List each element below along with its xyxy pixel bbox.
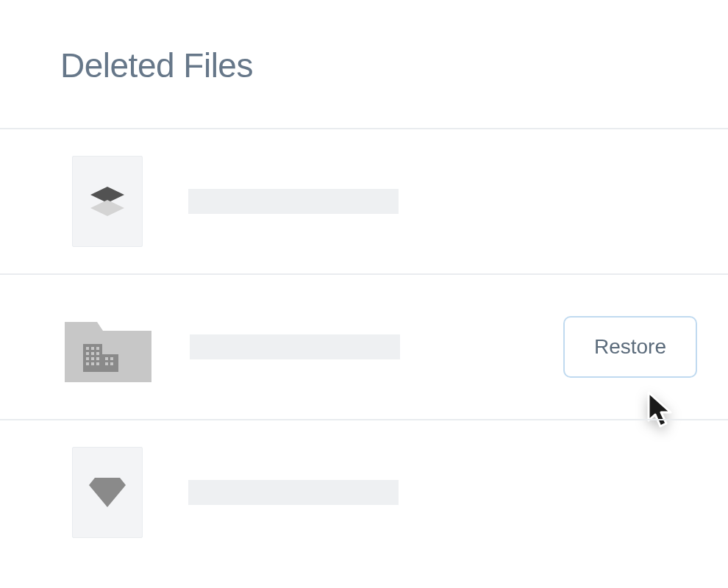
svg-rect-4: [86, 347, 89, 350]
svg-rect-17: [110, 357, 113, 360]
svg-rect-15: [96, 362, 99, 365]
svg-rect-6: [96, 347, 99, 350]
file-name-placeholder: [188, 189, 399, 214]
svg-rect-7: [86, 352, 89, 355]
svg-rect-14: [91, 362, 94, 365]
file-name-placeholder: [190, 334, 400, 359]
svg-rect-16: [105, 357, 108, 360]
svg-rect-10: [86, 357, 89, 360]
page-title: Deleted Files: [0, 46, 728, 128]
list-item[interactable]: Restore: [0, 273, 728, 419]
list-item[interactable]: [0, 128, 728, 273]
svg-rect-18: [105, 362, 108, 365]
team-folder-icon: [65, 312, 151, 382]
svg-marker-21: [89, 478, 126, 507]
svg-rect-9: [96, 352, 99, 355]
svg-rect-12: [96, 357, 99, 360]
layers-icon: [72, 156, 143, 247]
svg-rect-8: [91, 352, 94, 355]
svg-marker-1: [90, 200, 124, 216]
svg-rect-11: [91, 357, 94, 360]
svg-rect-19: [110, 362, 113, 365]
list-item[interactable]: [0, 419, 728, 564]
deleted-files-list: Restore: [0, 128, 728, 564]
diamond-icon: [72, 447, 143, 538]
file-name-placeholder: [188, 480, 399, 505]
svg-rect-5: [91, 347, 94, 350]
svg-rect-13: [86, 362, 89, 365]
restore-button[interactable]: Restore: [563, 316, 697, 378]
